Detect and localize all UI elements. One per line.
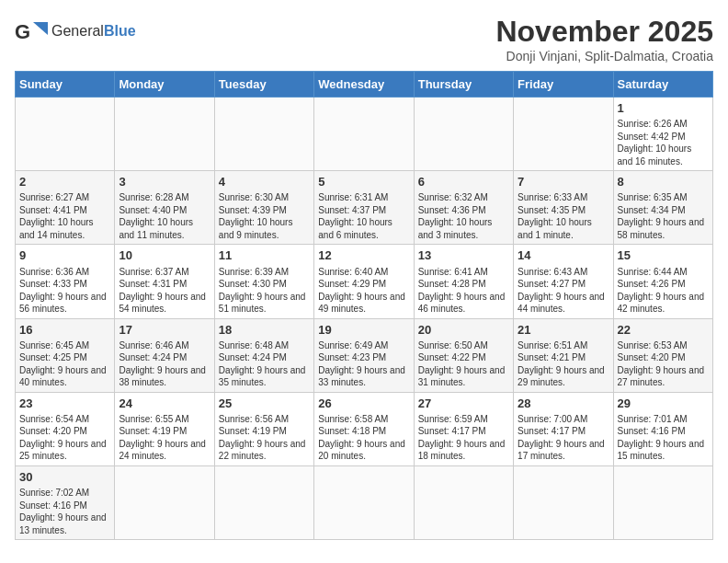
- day-sun-info: Sunrise: 6:55 AM Sunset: 4:19 PM Dayligh…: [119, 413, 210, 463]
- calendar-cell: 24Sunrise: 6:55 AM Sunset: 4:19 PM Dayli…: [115, 392, 214, 465]
- day-sun-info: Sunrise: 6:27 AM Sunset: 4:41 PM Dayligh…: [19, 191, 110, 241]
- day-sun-info: Sunrise: 6:46 AM Sunset: 4:24 PM Dayligh…: [119, 339, 210, 389]
- day-sun-info: Sunrise: 6:36 AM Sunset: 4:33 PM Dayligh…: [19, 266, 110, 316]
- day-number: 7: [518, 174, 609, 190]
- col-header-sunday: Sunday: [16, 72, 115, 98]
- title-block: November 2025 Donji Vinjani, Split-Dalma…: [495, 15, 713, 63]
- calendar-cell: 3Sunrise: 6:28 AM Sunset: 4:40 PM Daylig…: [115, 171, 214, 245]
- day-sun-info: Sunrise: 6:59 AM Sunset: 4:17 PM Dayligh…: [418, 413, 509, 463]
- calendar-cell: 26Sunrise: 6:58 AM Sunset: 4:18 PM Dayli…: [314, 392, 414, 465]
- calendar-cell: [414, 465, 513, 539]
- day-number: 24: [119, 396, 210, 412]
- day-number: 27: [418, 396, 509, 412]
- calendar-cell: 27Sunrise: 6:59 AM Sunset: 4:17 PM Dayli…: [414, 392, 513, 465]
- calendar-table: SundayMondayTuesdayWednesdayThursdayFrid…: [15, 71, 713, 540]
- col-header-tuesday: Tuesday: [214, 72, 313, 98]
- calendar-cell: 14Sunrise: 6:43 AM Sunset: 4:27 PM Dayli…: [514, 245, 613, 318]
- calendar-cell: 2Sunrise: 6:27 AM Sunset: 4:41 PM Daylig…: [16, 171, 115, 245]
- calendar-cell: [514, 465, 613, 539]
- calendar-week-row: 16Sunrise: 6:45 AM Sunset: 4:25 PM Dayli…: [16, 318, 713, 392]
- day-number: 4: [219, 174, 310, 190]
- day-sun-info: Sunrise: 6:43 AM Sunset: 4:27 PM Dayligh…: [518, 266, 609, 316]
- day-number: 15: [618, 247, 709, 264]
- day-number: 12: [318, 247, 409, 264]
- day-number: 26: [318, 396, 409, 412]
- day-number: 29: [618, 396, 709, 412]
- logo-icon: G: [15, 15, 48, 48]
- day-number: 17: [119, 322, 210, 339]
- col-header-friday: Friday: [514, 72, 613, 98]
- day-sun-info: Sunrise: 6:40 AM Sunset: 4:29 PM Dayligh…: [318, 266, 409, 316]
- location-subtitle: Donji Vinjani, Split-Dalmatia, Croatia: [495, 49, 713, 63]
- logo: G GeneralBlue: [15, 15, 136, 48]
- day-sun-info: Sunrise: 6:39 AM Sunset: 4:30 PM Dayligh…: [219, 266, 310, 316]
- calendar-cell: 8Sunrise: 6:35 AM Sunset: 4:34 PM Daylig…: [613, 171, 712, 245]
- day-sun-info: Sunrise: 6:32 AM Sunset: 4:36 PM Dayligh…: [418, 191, 509, 241]
- calendar-cell: 23Sunrise: 6:54 AM Sunset: 4:20 PM Dayli…: [16, 392, 115, 465]
- calendar-cell: 15Sunrise: 6:44 AM Sunset: 4:26 PM Dayli…: [613, 245, 712, 318]
- calendar-cell: 4Sunrise: 6:30 AM Sunset: 4:39 PM Daylig…: [214, 171, 313, 245]
- day-number: 8: [618, 174, 709, 190]
- page-header: G GeneralBlue November 2025 Donji Vinjan…: [15, 15, 713, 63]
- calendar-cell: 29Sunrise: 7:01 AM Sunset: 4:16 PM Dayli…: [613, 392, 712, 465]
- day-number: 1: [618, 100, 709, 117]
- day-sun-info: Sunrise: 6:48 AM Sunset: 4:24 PM Dayligh…: [219, 339, 310, 389]
- calendar-cell: 28Sunrise: 7:00 AM Sunset: 4:17 PM Dayli…: [514, 392, 613, 465]
- day-sun-info: Sunrise: 6:45 AM Sunset: 4:25 PM Dayligh…: [19, 339, 110, 389]
- calendar-cell: 13Sunrise: 6:41 AM Sunset: 4:28 PM Dayli…: [414, 245, 513, 318]
- day-sun-info: Sunrise: 6:41 AM Sunset: 4:28 PM Dayligh…: [418, 266, 509, 316]
- day-number: 13: [418, 247, 509, 264]
- calendar-cell: 18Sunrise: 6:48 AM Sunset: 4:24 PM Dayli…: [214, 318, 313, 392]
- day-sun-info: Sunrise: 7:01 AM Sunset: 4:16 PM Dayligh…: [618, 413, 709, 463]
- calendar-week-row: 30Sunrise: 7:02 AM Sunset: 4:16 PM Dayli…: [16, 465, 713, 539]
- col-header-thursday: Thursday: [414, 72, 513, 98]
- day-number: 6: [418, 174, 509, 190]
- day-sun-info: Sunrise: 6:54 AM Sunset: 4:20 PM Dayligh…: [19, 413, 110, 463]
- day-sun-info: Sunrise: 6:56 AM Sunset: 4:19 PM Dayligh…: [219, 413, 310, 463]
- calendar-cell: [314, 465, 414, 539]
- calendar-cell: 12Sunrise: 6:40 AM Sunset: 4:29 PM Dayli…: [314, 245, 414, 318]
- day-sun-info: Sunrise: 6:31 AM Sunset: 4:37 PM Dayligh…: [318, 191, 409, 241]
- day-number: 19: [318, 322, 409, 339]
- day-sun-info: Sunrise: 6:26 AM Sunset: 4:42 PM Dayligh…: [618, 118, 709, 167]
- calendar-cell: [613, 465, 712, 539]
- calendar-cell: [115, 98, 214, 171]
- day-sun-info: Sunrise: 6:37 AM Sunset: 4:31 PM Dayligh…: [119, 266, 210, 316]
- day-sun-info: Sunrise: 6:44 AM Sunset: 4:26 PM Dayligh…: [618, 266, 709, 316]
- day-sun-info: Sunrise: 6:33 AM Sunset: 4:35 PM Dayligh…: [518, 191, 609, 241]
- calendar-cell: [514, 98, 613, 171]
- day-sun-info: Sunrise: 6:49 AM Sunset: 4:23 PM Dayligh…: [318, 339, 409, 389]
- svg-marker-1: [33, 22, 48, 35]
- day-sun-info: Sunrise: 6:30 AM Sunset: 4:39 PM Dayligh…: [219, 191, 310, 241]
- calendar-cell: [314, 98, 414, 171]
- calendar-cell: 21Sunrise: 6:51 AM Sunset: 4:21 PM Dayli…: [514, 318, 613, 392]
- calendar-cell: 5Sunrise: 6:31 AM Sunset: 4:37 PM Daylig…: [314, 171, 414, 245]
- day-number: 18: [219, 322, 310, 339]
- logo-text: GeneralBlue: [51, 23, 136, 40]
- calendar-cell: [115, 465, 214, 539]
- col-header-wednesday: Wednesday: [314, 72, 414, 98]
- col-header-monday: Monday: [115, 72, 214, 98]
- calendar-cell: 7Sunrise: 6:33 AM Sunset: 4:35 PM Daylig…: [514, 171, 613, 245]
- day-number: 14: [518, 247, 609, 264]
- calendar-week-row: 1Sunrise: 6:26 AM Sunset: 4:42 PM Daylig…: [16, 98, 713, 171]
- day-sun-info: Sunrise: 6:35 AM Sunset: 4:34 PM Dayligh…: [618, 191, 709, 241]
- day-sun-info: Sunrise: 6:51 AM Sunset: 4:21 PM Dayligh…: [518, 339, 609, 389]
- day-number: 30: [19, 469, 110, 486]
- day-number: 9: [19, 247, 110, 264]
- day-sun-info: Sunrise: 6:28 AM Sunset: 4:40 PM Dayligh…: [119, 191, 210, 241]
- col-header-saturday: Saturday: [613, 72, 712, 98]
- calendar-cell: 25Sunrise: 6:56 AM Sunset: 4:19 PM Dayli…: [214, 392, 313, 465]
- day-number: 21: [518, 322, 609, 339]
- calendar-cell: 10Sunrise: 6:37 AM Sunset: 4:31 PM Dayli…: [115, 245, 214, 318]
- day-number: 16: [19, 322, 110, 339]
- day-sun-info: Sunrise: 7:02 AM Sunset: 4:16 PM Dayligh…: [19, 487, 110, 536]
- calendar-cell: [214, 98, 313, 171]
- day-sun-info: Sunrise: 7:00 AM Sunset: 4:17 PM Dayligh…: [518, 413, 609, 463]
- calendar-cell: 19Sunrise: 6:49 AM Sunset: 4:23 PM Dayli…: [314, 318, 414, 392]
- calendar-cell: 6Sunrise: 6:32 AM Sunset: 4:36 PM Daylig…: [414, 171, 513, 245]
- day-number: 3: [119, 174, 210, 190]
- day-number: 28: [518, 396, 609, 412]
- calendar-cell: 17Sunrise: 6:46 AM Sunset: 4:24 PM Dayli…: [115, 318, 214, 392]
- calendar-cell: 30Sunrise: 7:02 AM Sunset: 4:16 PM Dayli…: [16, 465, 115, 539]
